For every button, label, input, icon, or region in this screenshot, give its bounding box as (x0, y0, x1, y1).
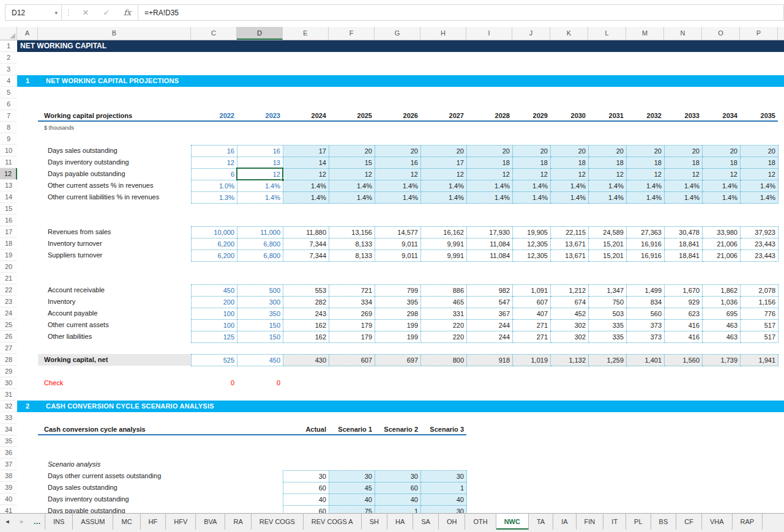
cell-G13[interactable]: 1.4% (375, 180, 421, 192)
cell-G24[interactable]: 298 (375, 308, 421, 320)
cell-L17[interactable]: 24,589 (589, 227, 627, 238)
cell-K13[interactable]: 1.4% (551, 180, 589, 192)
cell-K25[interactable]: 302 (551, 320, 589, 331)
cell-P10[interactable]: 20 (741, 146, 778, 157)
tab-overflow-icon[interactable]: … (29, 514, 45, 530)
column-header-K[interactable]: K (550, 27, 588, 40)
column-header-B[interactable]: B (38, 27, 191, 40)
cell-E22[interactable]: 553 (283, 285, 329, 297)
cell-E39[interactable]: 60 (283, 482, 329, 494)
cell-M18[interactable]: 16,916 (627, 238, 665, 250)
cell-C22[interactable]: 450 (192, 285, 237, 297)
row-label-22[interactable]: Account receivable (48, 284, 105, 296)
cell-N18[interactable]: 18,841 (665, 238, 703, 250)
cell-E11[interactable]: 14 (283, 157, 329, 169)
cell-P18[interactable]: 23,443 (741, 238, 778, 250)
cell-P24[interactable]: 776 (741, 308, 778, 320)
cell-C24[interactable]: 100 (192, 308, 237, 320)
sheet-tab-rap[interactable]: RAP (733, 514, 763, 530)
check-value-2022[interactable]: 0 (191, 377, 234, 389)
cell-K10[interactable]: 20 (551, 146, 589, 157)
cell-G23[interactable]: 395 (375, 297, 421, 308)
cell-K14[interactable]: 1.4% (551, 192, 589, 204)
cell-J18[interactable]: 12,305 (513, 238, 551, 250)
year-header-2024[interactable]: 2024 (283, 110, 326, 122)
column-header-N[interactable]: N (664, 27, 702, 40)
net-row-label[interactable]: Working capital, net (44, 354, 108, 366)
cell-G12[interactable]: 12 (375, 169, 421, 180)
sheet-tab-it[interactable]: IT (603, 514, 626, 530)
cell-F12[interactable]: 12 (329, 169, 375, 180)
column-header-L[interactable]: L (588, 27, 626, 40)
cell-H38[interactable]: 30 (421, 471, 467, 482)
cell-G38[interactable]: 30 (375, 471, 421, 482)
cell-J28[interactable]: 1,019 (513, 355, 551, 366)
cell-D19[interactable]: 6,800 (237, 250, 283, 262)
cell-I18[interactable]: 11,084 (467, 238, 513, 250)
cell-L13[interactable]: 1.4% (589, 180, 627, 192)
cell-E14[interactable]: 1.4% (283, 192, 329, 204)
cell-O19[interactable]: 21,006 (703, 250, 741, 262)
cell-M22[interactable]: 1,499 (627, 285, 665, 297)
cell-H10[interactable]: 20 (421, 146, 467, 157)
row-header-4[interactable]: 4 (0, 75, 17, 87)
cell-I26[interactable]: 244 (467, 331, 513, 343)
column-header-P[interactable]: P (740, 27, 778, 40)
sheet-tab-oth[interactable]: OTH (465, 514, 496, 530)
cell-H22[interactable]: 886 (421, 285, 467, 297)
year-header-2035[interactable]: 2035 (740, 110, 775, 122)
row-header-6[interactable]: 6 (0, 98, 17, 110)
cell-O22[interactable]: 1,862 (703, 285, 741, 297)
cell-L19[interactable]: 15,201 (589, 250, 627, 262)
cell-L24[interactable]: 503 (589, 308, 627, 320)
cell-I25[interactable]: 244 (467, 320, 513, 331)
cell-O23[interactable]: 1,036 (703, 297, 741, 308)
row-header-1[interactable]: 1 (0, 40, 17, 52)
cell-J22[interactable]: 1,091 (513, 285, 551, 297)
sheet-tab-mc[interactable]: MC (113, 514, 140, 530)
cell-N14[interactable]: 1.4% (665, 192, 703, 204)
cell-N10[interactable]: 20 (665, 146, 703, 157)
sheet-tab-fin[interactable]: FIN (577, 514, 604, 530)
row-header-20[interactable]: 20 (0, 261, 17, 273)
sheet-tab-rev-cogs-a[interactable]: REV COGS A (304, 514, 362, 530)
column-header-F[interactable]: F (329, 27, 375, 40)
row-header-30[interactable]: 30 (0, 377, 17, 389)
cell-F18[interactable]: 8,133 (329, 238, 375, 250)
cell-D23[interactable]: 300 (237, 297, 283, 308)
row-header-21[interactable]: 21 (0, 273, 17, 284)
cell-M11[interactable]: 18 (627, 157, 665, 169)
row-header-26[interactable]: 26 (0, 331, 17, 342)
row-label-38[interactable]: Days other current assets outstanding (48, 470, 161, 482)
column-header-C[interactable]: C (191, 27, 237, 40)
cell-G22[interactable]: 799 (375, 285, 421, 297)
cell-J14[interactable]: 1.4% (513, 192, 551, 204)
cell-M13[interactable]: 1.4% (627, 180, 665, 192)
cell-H24[interactable]: 331 (421, 308, 467, 320)
row-header-8[interactable]: 8 (0, 122, 17, 133)
cell-G40[interactable]: 40 (375, 494, 421, 506)
cell-M19[interactable]: 16,916 (627, 250, 665, 262)
cancel-icon[interactable]: ✕ (75, 8, 96, 17)
sheet-tab-nwc[interactable]: NWC (496, 514, 529, 530)
cell-J26[interactable]: 271 (513, 331, 551, 343)
row-header-31[interactable]: 31 (0, 389, 17, 401)
cell-F26[interactable]: 179 (329, 331, 375, 343)
cell-J13[interactable]: 1.4% (513, 180, 551, 192)
cell-O24[interactable]: 695 (703, 308, 741, 320)
year-header-2027[interactable]: 2027 (420, 110, 464, 122)
check-label[interactable]: Check (44, 377, 63, 389)
cell-O18[interactable]: 21,006 (703, 238, 741, 250)
year-header-2030[interactable]: 2030 (550, 110, 586, 122)
cell-G26[interactable]: 199 (375, 331, 421, 343)
row-header-32[interactable]: 32 (0, 401, 17, 412)
row-header-36[interactable]: 36 (0, 447, 17, 459)
year-header-2025[interactable]: 2025 (329, 110, 372, 122)
row-header-11[interactable]: 11 (0, 157, 17, 168)
cell-H12[interactable]: 12 (421, 169, 467, 180)
sheet-tab-hfv[interactable]: HFV (166, 514, 196, 530)
cell-F11[interactable]: 15 (329, 157, 375, 169)
cell-H26[interactable]: 220 (421, 331, 467, 343)
year-header-2023[interactable]: 2023 (237, 110, 280, 122)
column-header-H[interactable]: H (420, 27, 466, 40)
